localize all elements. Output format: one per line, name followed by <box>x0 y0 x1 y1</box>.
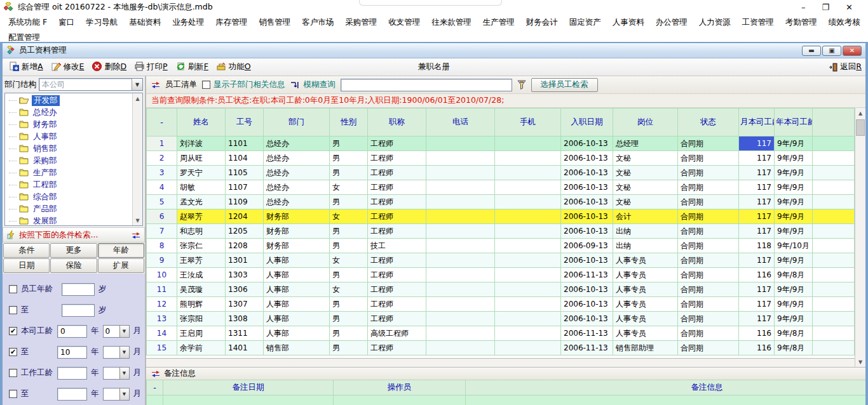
checkbox-icon[interactable] <box>9 285 17 293</box>
show-subdept-checkbox[interactable]: 显示子部门相关信息 <box>202 79 285 90</box>
month-dropdown[interactable]: ▼ <box>103 367 130 380</box>
cell[interactable] <box>495 341 561 355</box>
menu-item-销售管理[interactable]: 销售管理 <box>253 15 296 30</box>
table-row[interactable]: 8张宗仁1208财务部男技工2006-09-13出纳合同期1189年/10月 <box>147 239 855 253</box>
filter-button-年龄[interactable]: 年龄 <box>98 243 144 258</box>
cell[interactable]: 工程师 <box>368 151 426 166</box>
cell[interactable]: 男 <box>330 224 368 239</box>
notes-column-header-备注信息[interactable]: 备注信息 <box>466 380 866 395</box>
cell[interactable]: 出纳 <box>613 239 678 253</box>
child-window-titlebar[interactable]: 员工资料管理 ▬ ▣ ✕ <box>3 43 865 58</box>
fuzzy-query-input[interactable] <box>341 79 512 91</box>
cell[interactable]: 1311 <box>226 326 264 341</box>
cell[interactable] <box>426 209 495 224</box>
cell[interactable] <box>426 180 495 195</box>
cell[interactable]: 男 <box>330 341 368 355</box>
table-scrollbar[interactable]: ▲ ▼ <box>855 108 865 367</box>
table-row[interactable]: 11吴茂璇1306人事部女工程师2006-10-13人事专员合同期1179年/9… <box>147 282 855 297</box>
cell[interactable]: 工程师 <box>368 253 426 268</box>
cell[interactable]: 2006-10-13 <box>561 136 613 151</box>
cell[interactable]: 男 <box>330 136 368 151</box>
tree-item-生产部[interactable]: 生产部 <box>9 167 132 179</box>
cell[interactable]: 合同期 <box>678 224 739 239</box>
child-minimize-button[interactable]: ▬ <box>802 46 821 56</box>
cell[interactable]: 工程师 <box>368 341 426 355</box>
cell[interactable] <box>495 282 561 297</box>
cell[interactable]: 12 <box>147 297 177 312</box>
cell[interactable]: 1208 <box>226 239 264 253</box>
cell[interactable]: 2006-10-13 <box>561 312 613 326</box>
scroll-up-icon[interactable]: ▲ <box>133 93 143 103</box>
cell[interactable]: 合同期 <box>678 151 739 166</box>
cell[interactable]: 总经办 <box>264 180 330 195</box>
cell[interactable]: 2006-10-13 <box>561 253 613 268</box>
cell[interactable]: 1308 <box>226 312 264 326</box>
cell[interactable] <box>426 268 495 282</box>
cell[interactable] <box>495 136 561 151</box>
table-row[interactable]: 12熊明辉1307人事部男工程师2006-10-13人事专员合同期1179年/9… <box>147 297 855 312</box>
cell[interactable]: 5 <box>147 195 177 209</box>
table-row[interactable]: 1刘洋波1101总经办男工程师2006-10-13总经理合同期1179年/9月 <box>147 136 855 151</box>
cell[interactable]: 9年/9月 <box>775 297 813 312</box>
menu-item-收支管理[interactable]: 收支管理 <box>383 15 426 30</box>
cell[interactable]: 117 <box>739 312 775 326</box>
tree-item-综合部[interactable]: 综合部 <box>9 191 132 203</box>
cell[interactable]: 男 <box>330 166 368 180</box>
cell[interactable]: 胡敏 <box>177 180 226 195</box>
cell[interactable]: 118 <box>739 239 775 253</box>
cell[interactable]: 合同期 <box>678 239 739 253</box>
cell[interactable]: 男 <box>330 195 368 209</box>
child-restore-button[interactable]: ▣ <box>822 46 841 56</box>
刷新-button[interactable]: 刷新F <box>173 60 214 75</box>
cell[interactable]: 男 <box>330 239 368 253</box>
column-header-岗位[interactable]: 岗位 <box>613 109 678 136</box>
cell[interactable] <box>495 224 561 239</box>
cell[interactable]: 工程师 <box>368 312 426 326</box>
month-dropdown[interactable]: ▼ <box>103 346 130 359</box>
cell[interactable] <box>426 166 495 180</box>
cell[interactable]: 总经办 <box>264 195 330 209</box>
column-header-工号[interactable]: 工号 <box>226 109 264 136</box>
cell[interactable]: 合同期 <box>678 253 739 268</box>
cell[interactable]: 10 <box>147 268 177 282</box>
menu-item-库存管理[interactable]: 库存管理 <box>210 15 253 30</box>
cell[interactable]: 吴茂璇 <box>177 282 226 297</box>
column-header-月本司工龄[interactable]: 月本司工龄 <box>739 109 775 136</box>
cell[interactable]: 1205 <box>226 224 264 239</box>
cell[interactable]: 人事部 <box>264 282 330 297</box>
打印-button[interactable]: 打印P <box>132 60 173 75</box>
minimize-button[interactable]: – <box>801 3 806 12</box>
cell[interactable]: 工程师 <box>368 180 426 195</box>
filter-button-条件[interactable]: 条件 <box>3 243 50 258</box>
cell[interactable]: 工程师 <box>368 282 426 297</box>
cell[interactable]: 销售部助理 <box>613 341 678 355</box>
cell[interactable]: 合同期 <box>678 282 739 297</box>
column-header-性别[interactable]: 性别 <box>330 109 368 136</box>
menu-item-绩效考核[interactable]: 绩效考核 <box>823 15 866 30</box>
cell[interactable]: 人事部 <box>264 268 330 282</box>
cell[interactable]: 117 <box>739 195 775 209</box>
cell[interactable]: 117 <box>739 180 775 195</box>
cell[interactable]: 人事部 <box>264 312 330 326</box>
cell[interactable]: 人事专员 <box>613 282 678 297</box>
menu-item-采购管理[interactable]: 采购管理 <box>339 15 383 30</box>
cell[interactable]: 工程师 <box>368 209 426 224</box>
column-header-状态[interactable]: 状态 <box>678 109 739 136</box>
cell[interactable]: 1401 <box>226 341 264 355</box>
cell[interactable] <box>495 209 561 224</box>
cell[interactable] <box>426 341 495 355</box>
cell[interactable]: 9年/9月 <box>775 224 813 239</box>
condition-value-input[interactable]: 0 <box>57 325 87 338</box>
menu-item-学习导航[interactable]: 学习导航 <box>80 15 123 30</box>
cell[interactable]: 1109 <box>226 195 264 209</box>
cell[interactable]: 13 <box>147 312 177 326</box>
close-button[interactable]: ✕ <box>846 3 853 12</box>
checkbox-icon[interactable]: ✔ <box>9 327 17 335</box>
cell[interactable]: 刘洋波 <box>177 136 226 151</box>
tree-item-采购部[interactable]: 采购部 <box>9 155 132 167</box>
table-row[interactable]: 9王翠芳1301人事部女工程师2006-10-13人事专员合同期1179年/9月 <box>147 253 855 268</box>
cell[interactable]: 男 <box>330 297 368 312</box>
cell[interactable]: 人事部 <box>264 253 330 268</box>
horizontal-scrollbar[interactable] <box>146 358 855 367</box>
tree-item-工程部[interactable]: 工程部 <box>9 179 132 191</box>
